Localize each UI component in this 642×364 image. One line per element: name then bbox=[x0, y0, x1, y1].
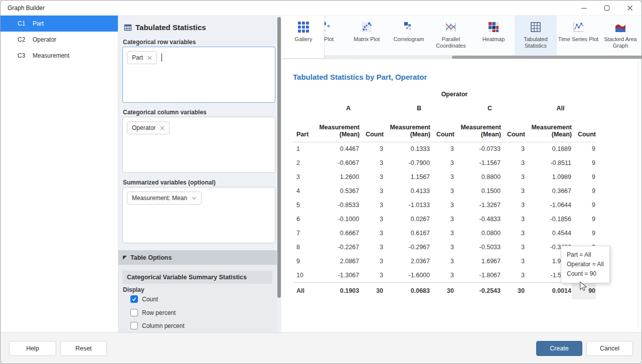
gallery-item-time-series-plot[interactable]: Time Series Plot bbox=[557, 16, 599, 56]
part-cell[interactable]: 7 bbox=[293, 226, 313, 240]
minimize-button[interactable] bbox=[572, 1, 595, 16]
create-button[interactable]: Create bbox=[536, 341, 582, 356]
part-cell[interactable]: 6 bbox=[293, 212, 313, 226]
sidebar-item-measurement[interactable]: C3 Measurement bbox=[1, 48, 118, 64]
value-cell[interactable]: 3 bbox=[360, 170, 384, 184]
sidebar-item-operator[interactable]: C2 Operator bbox=[1, 32, 118, 48]
part-cell[interactable]: 3 bbox=[293, 170, 313, 184]
reset-button[interactable]: Reset bbox=[60, 341, 107, 356]
value-cell[interactable]: 30 bbox=[501, 282, 525, 299]
part-cell[interactable]: 1 bbox=[293, 142, 313, 156]
value-cell[interactable]: 3 bbox=[501, 184, 525, 198]
value-cell[interactable]: -0.6067 bbox=[313, 156, 360, 170]
row-variables-well[interactable]: Part bbox=[122, 47, 275, 103]
checkbox-row-percent[interactable] bbox=[130, 309, 138, 316]
value-cell[interactable]: -0.8533 bbox=[313, 198, 360, 212]
value-cell[interactable]: 9 bbox=[572, 212, 596, 226]
value-cell[interactable]: 0.4467 bbox=[313, 142, 360, 156]
variable-chip-measurement-mean[interactable]: Measurement: Mean bbox=[127, 192, 202, 205]
value-cell[interactable]: 3 bbox=[501, 198, 525, 212]
value-cell[interactable]: 0.4133 bbox=[384, 184, 430, 198]
variable-chip-part[interactable]: Part bbox=[127, 51, 157, 64]
close-button[interactable] bbox=[618, 1, 641, 16]
value-cell[interactable]: -0.2267 bbox=[313, 240, 360, 254]
value-cell[interactable]: 3 bbox=[360, 142, 384, 156]
value-cell[interactable]: -0.7900 bbox=[384, 156, 430, 170]
panel-scrollbar[interactable] bbox=[277, 16, 281, 332]
value-cell[interactable]: 0.0683 bbox=[384, 282, 430, 299]
value-cell[interactable]: -1.1567 bbox=[454, 156, 501, 170]
value-cell[interactable]: 0.0267 bbox=[384, 212, 430, 226]
gallery-item-stacked-area-graph[interactable]: Stacked Area Graph bbox=[599, 16, 641, 56]
checkbox-row-column-percent[interactable]: Column percent bbox=[130, 322, 185, 329]
value-cell[interactable]: 3 bbox=[360, 184, 384, 198]
value-cell[interactable]: 9 bbox=[572, 226, 596, 240]
value-cell[interactable]: -1.0133 bbox=[384, 198, 430, 212]
gallery-item-correlogram[interactable]: Correlogram bbox=[388, 16, 430, 56]
value-cell[interactable]: 0.3667 bbox=[525, 184, 572, 198]
value-cell[interactable]: 3 bbox=[360, 198, 384, 212]
value-cell[interactable]: 3 bbox=[360, 268, 384, 282]
value-cell[interactable]: 3 bbox=[501, 156, 525, 170]
gallery-scrollbar-thumb[interactable] bbox=[452, 56, 642, 59]
value-cell[interactable]: 0.4544 bbox=[525, 226, 572, 240]
value-cell[interactable]: 3 bbox=[360, 226, 384, 240]
value-cell[interactable]: 1.6967 bbox=[454, 254, 501, 268]
part-cell[interactable]: 9 bbox=[293, 254, 313, 268]
value-cell[interactable]: 3 bbox=[430, 226, 454, 240]
part-cell[interactable]: 8 bbox=[293, 240, 313, 254]
value-cell[interactable]: 1.0989 bbox=[525, 170, 572, 184]
value-cell[interactable]: -0.8511 bbox=[525, 156, 572, 170]
value-cell[interactable]: 0.1689 bbox=[525, 142, 572, 156]
value-cell[interactable]: 3 bbox=[430, 170, 454, 184]
sidebar-item-part[interactable]: C1 Part bbox=[1, 16, 118, 32]
part-cell[interactable]: All bbox=[293, 282, 313, 299]
value-cell[interactable]: 0.1333 bbox=[384, 142, 430, 156]
checkbox-row-count[interactable]: Count bbox=[130, 295, 158, 303]
value-cell[interactable]: 3 bbox=[360, 156, 384, 170]
value-cell[interactable]: 0.8800 bbox=[454, 170, 501, 184]
value-cell[interactable]: 3 bbox=[430, 184, 454, 198]
value-cell[interactable]: 9 bbox=[572, 156, 596, 170]
content-scrollbar[interactable] bbox=[638, 60, 638, 330]
value-cell[interactable]: 0.1903 bbox=[313, 282, 360, 299]
panel-scrollbar-thumb[interactable] bbox=[277, 17, 281, 298]
value-cell[interactable]: 3 bbox=[501, 212, 525, 226]
value-cell[interactable]: -0.0733 bbox=[454, 142, 501, 156]
value-cell[interactable]: 30 bbox=[430, 282, 454, 299]
value-cell[interactable]: 0.0014 bbox=[525, 282, 572, 299]
part-cell[interactable]: 5 bbox=[293, 198, 313, 212]
value-cell[interactable]: -1.3267 bbox=[454, 198, 501, 212]
value-cell[interactable]: -1.8067 bbox=[454, 268, 501, 282]
chevron-down-icon[interactable] bbox=[192, 197, 197, 200]
help-button[interactable]: Help bbox=[9, 341, 56, 356]
value-cell[interactable]: 0.1500 bbox=[454, 184, 501, 198]
value-cell[interactable]: 1.1567 bbox=[384, 170, 430, 184]
value-cell[interactable]: 3 bbox=[430, 240, 454, 254]
value-cell[interactable]: 3 bbox=[360, 254, 384, 268]
checkbox-column-percent[interactable] bbox=[130, 322, 138, 329]
checkbox-count[interactable] bbox=[130, 295, 138, 303]
gallery-item-gallery[interactable]: Gallery bbox=[283, 16, 325, 59]
value-cell[interactable]: -0.4833 bbox=[454, 212, 501, 226]
gallery-scrollbar[interactable] bbox=[325, 55, 642, 59]
remove-icon[interactable] bbox=[160, 126, 165, 130]
value-cell[interactable]: 0.5367 bbox=[313, 184, 360, 198]
value-cell[interactable]: -0.2543 bbox=[454, 282, 501, 299]
value-cell[interactable]: 3 bbox=[430, 142, 454, 156]
gallery-item-parallel-coordinates[interactable]: Parallel Coordinates bbox=[430, 16, 472, 56]
value-cell[interactable]: -1.6000 bbox=[384, 268, 430, 282]
value-cell[interactable]: 30 bbox=[360, 282, 384, 299]
value-cell[interactable]: 3 bbox=[430, 268, 454, 282]
value-cell[interactable]: 3 bbox=[430, 212, 454, 226]
value-cell[interactable]: 3 bbox=[430, 198, 454, 212]
part-cell[interactable]: 2 bbox=[293, 156, 313, 170]
value-cell[interactable]: 2.0367 bbox=[384, 254, 430, 268]
value-cell[interactable]: 3 bbox=[430, 156, 454, 170]
table-options-header[interactable]: Table Options bbox=[118, 250, 277, 265]
value-cell[interactable]: 3 bbox=[501, 240, 525, 254]
value-cell[interactable]: 3 bbox=[501, 142, 525, 156]
part-cell[interactable]: 10 bbox=[293, 268, 313, 282]
value-cell[interactable]: 0.6167 bbox=[384, 226, 430, 240]
value-cell[interactable]: 0.0800 bbox=[454, 226, 501, 240]
